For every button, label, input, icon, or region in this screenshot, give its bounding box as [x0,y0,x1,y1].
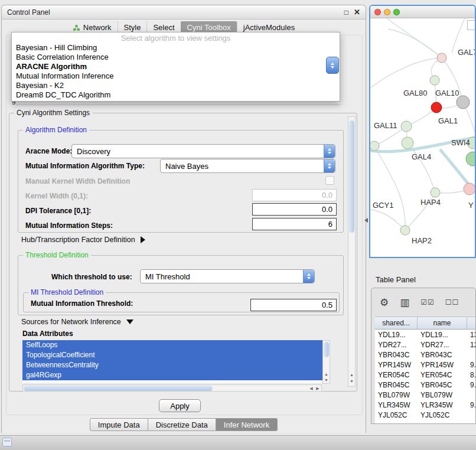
network-node[interactable] [431,102,442,113]
table-columns-icon[interactable]: ▥ [400,298,410,308]
kernel-width-field[interactable]: 0.0 [252,189,337,201]
algorithm-popup-list: Bayesian - Hill ClimbingBasic Correlatio… [12,43,340,100]
threshold-type-combobox[interactable]: MI Threshold [140,269,315,283]
sources-section-header[interactable]: Sources for Network Inference [21,318,133,326]
network-node[interactable] [401,121,412,132]
algorithm-option[interactable]: Bayesian - Hill Climbing [12,43,340,53]
table-row[interactable]: YBR045CYBR045C9. [375,380,475,390]
hidden-groupbox-line [16,105,341,105]
network-node[interactable] [464,183,475,195]
network-node[interactable] [430,76,439,85]
network-node-label: GAL80 [403,89,427,97]
attribute-list-vertical-scrollbar[interactable]: ▲ ▼ [322,340,330,384]
table-row[interactable]: YJL052CYJL052C [375,410,475,420]
table-row[interactable]: YBL079WYBL079W [375,390,475,400]
data-attribute-item[interactable]: TopologicalCoefficient [22,350,322,360]
network-canvas[interactable]: GAL7GAL80GAL10GAL11GAL1SWI4GAL4GCY1HAP4Y… [370,18,475,257]
data-attributes-list: SelfLoopsTopologicalCoefficientBetweenne… [22,340,322,383]
algorithm-dropdown-popup: Select algorithm to view settings Bayesi… [11,32,340,102]
table-cell [467,410,475,420]
column-header-clipped[interactable] [467,317,475,330]
network-node[interactable] [400,226,410,235]
settings-vertical-scrollbar[interactable]: ▲ ▼ [348,116,356,387]
table-cell: 12 [467,340,475,350]
data-attribute-item[interactable]: SelfLoops [22,340,322,350]
scroll-down-icon[interactable]: ▼ [323,377,330,383]
mi-threshold-field[interactable]: 0.5 [250,299,337,311]
network-node[interactable] [466,152,475,166]
tab-label: jActiveModules [243,23,295,32]
scrollbar-thumb[interactable] [24,386,213,391]
algorithm-option[interactable]: ARACNE Algorithm [12,62,340,71]
scroll-right-icon[interactable]: ▶ [315,386,321,391]
panel-collapse-arrow[interactable] [364,218,368,223]
algorithm-combobox-stepper[interactable] [326,57,339,74]
close-icon[interactable]: ✕ [354,9,360,16]
mi-threshold-group-title: MI Threshold Definition [28,288,106,296]
algorithm-option[interactable]: Mutual Information Inference [12,71,340,81]
network-node-label: SWI4 [451,138,470,147]
algorithm-option[interactable]: Basic Correlation Inference [12,53,340,62]
threshold-definition-title: Threshold Definition [23,251,91,259]
tab-impute-data[interactable]: Impute Data [90,418,148,431]
table-row[interactable]: YDL19...YDL19...13 [375,330,475,340]
tab-label: Impute Data [98,420,140,429]
network-node[interactable] [457,96,470,109]
data-attribute-item[interactable]: gal4RGexp [22,370,322,380]
dpi-tolerance-field[interactable]: 0.0 [252,203,337,216]
combobox-value: Discovery [72,147,324,156]
scroll-up-icon[interactable]: ▲ [323,371,330,377]
table-cell: YDL19... [375,330,418,340]
scroll-up-icon[interactable]: ▲ [348,372,355,377]
algorithm-placeholder-option[interactable]: Select algorithm to view settings [12,34,340,43]
network-node[interactable] [437,53,446,63]
float-window-icon[interactable]: □ [344,9,348,16]
mi-threshold-group: MI Threshold Definition Mutual Informati… [23,292,340,312]
scrollbar-thumb[interactable] [349,120,354,233]
gear-icon[interactable]: ⚙ [380,298,389,308]
apply-button[interactable]: Apply [159,399,201,412]
table-cell: YDR27... [418,340,467,350]
minimized-window-icon[interactable] [2,438,12,446]
scrollbar-thumb[interactable] [324,342,329,357]
mac-minimize-button[interactable] [384,9,390,15]
table-row[interactable]: YPR145WYPR145W9. [375,360,475,370]
data-attribute-item[interactable]: BetweennessCentrality [22,360,322,370]
data-attributes-label: Data Attributes [22,330,73,338]
network-node-label: HAP4 [420,198,441,207]
threshold-definition-group: Threshold Definition Which threshold to … [18,255,344,315]
mac-zoom-button[interactable] [393,9,400,15]
table-cell: YER054C [418,370,467,380]
scroll-down-icon[interactable]: ▼ [348,379,355,384]
mi-steps-field[interactable]: 6 [252,218,337,230]
table-row[interactable]: YLR345WYLR345W9. [375,400,475,410]
attribute-list-horizontal-scrollbar[interactable]: ◀ ▶ [22,384,322,392]
hub-section-header[interactable]: Hub/Transcription Factor Definition [21,236,145,244]
column-header-shared-name[interactable]: shared... [375,317,418,330]
network-node[interactable] [370,141,379,151]
mi-algorithm-type-combobox[interactable]: Naive Bayes [160,159,335,173]
tab-label: Discretize Data [156,420,208,429]
aracne-mode-label: Aracne Mode: [25,147,72,155]
table-cell: YLR345W [375,400,418,410]
select-all-checkbox-icon[interactable]: ☑☑ [420,298,435,308]
column-header-name[interactable]: name [418,317,467,330]
scroll-left-icon[interactable]: ◀ [308,386,314,391]
table-cell: YPR145W [418,360,467,370]
tab-label: Select [153,23,174,32]
table-cell: YBL079W [375,390,418,400]
network-node-label: GAL1 [438,116,458,125]
tab-infer-network[interactable]: Infer Network [216,418,278,431]
tab-discretize-data[interactable]: Discretize Data [148,418,216,431]
table-row[interactable]: YER054CYER054C8. [375,370,475,380]
algorithm-option[interactable]: Dream8 DC_TDC Algorithm [12,90,340,100]
manual-kernel-checkbox[interactable] [325,176,334,185]
table-row[interactable]: YDR27...YDR27...12 [375,340,475,350]
mac-close-button[interactable] [374,9,381,15]
table-row[interactable]: YBR043CYBR043C [375,350,475,360]
deselect-all-checkbox-icon[interactable]: ☐☐ [445,298,459,308]
aracne-mode-combobox[interactable]: Discovery [71,144,335,158]
network-node[interactable] [402,137,413,149]
network-node[interactable] [431,188,440,197]
algorithm-option[interactable]: Bayesian - K2 [12,81,340,90]
